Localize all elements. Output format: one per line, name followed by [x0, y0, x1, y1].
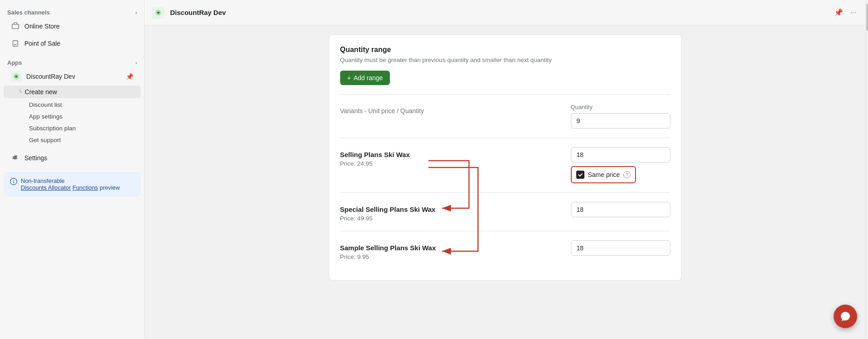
variants-qty-input[interactable]: [571, 113, 670, 129]
add-range-plus-icon: +: [347, 74, 351, 81]
svg-rect-2: [14, 44, 16, 45]
variants-row: Variants - Unit price / Quantity Quantit…: [340, 104, 670, 129]
chat-button[interactable]: [834, 305, 857, 328]
main-content: DiscountRay Dev 📌 ··· Quantity range Qua…: [145, 0, 865, 339]
app-title: DiscountRay Dev: [170, 9, 827, 16]
sales-channels-title: Sales channels: [7, 9, 50, 16]
top-bar-actions: 📌 ···: [832, 6, 858, 19]
divider-4: [340, 231, 670, 231]
info-box: Non-transferable Discounts Allocator Fun…: [4, 172, 141, 196]
quantity-range-description: Quantity must be greater than previous q…: [340, 57, 670, 63]
special-selling-plans-input-col: [571, 202, 670, 217]
svg-rect-1: [13, 41, 18, 47]
sidebar-item-subscription-plan[interactable]: Subscription plan: [7, 123, 141, 134]
quantity-range-section: Quantity range Quantity must be greater …: [340, 46, 670, 85]
special-selling-plans-info: Special Selling Plans Ski Wax Price: 49.…: [340, 202, 560, 222]
tree-corner: └: [18, 89, 22, 95]
subscription-plan-label: Subscription plan: [29, 125, 76, 132]
sidebar-item-settings[interactable]: Settings: [4, 150, 141, 166]
online-store-icon: [11, 22, 20, 31]
sidebar-item-discount-list[interactable]: Discount list: [7, 99, 141, 110]
right-scrollbar[interactable]: [865, 0, 868, 339]
discountray-logo: [11, 71, 22, 82]
selling-plans-qty-input[interactable]: [571, 147, 670, 162]
info-non-transferable: Non-transferable: [21, 177, 65, 184]
svg-point-5: [13, 180, 14, 181]
sidebar-item-point-of-sale[interactable]: Point of Sale: [4, 35, 141, 52]
apps-section: Apps ›: [0, 56, 144, 68]
selling-plans-name: Selling Plans Ski Wax: [340, 151, 560, 158]
add-range-label: Add range: [354, 74, 383, 81]
apps-chevron[interactable]: ›: [135, 60, 137, 66]
sidebar-item-online-store[interactable]: Online Store: [4, 18, 141, 34]
sample-selling-plans-name: Sample Selling Plans Ski Wax: [340, 244, 560, 252]
sales-channels-chevron[interactable]: ›: [135, 10, 137, 16]
get-support-label: Get support: [29, 137, 61, 143]
more-button[interactable]: ···: [849, 7, 858, 19]
variants-label: Variants - Unit price / Quantity: [340, 107, 424, 115]
info-preview: preview: [100, 184, 120, 191]
sales-channels-section: Sales channels ›: [0, 5, 144, 18]
pin-icon[interactable]: 📌: [126, 73, 133, 80]
sidebar-item-create-new[interactable]: └ Create new: [4, 86, 141, 98]
selling-plans-info: Selling Plans Ski Wax Price: 24.95: [340, 147, 560, 167]
pin-button[interactable]: 📌: [832, 6, 845, 19]
sample-selling-plans-qty-input[interactable]: [571, 240, 670, 256]
selling-plans-input-col: Same price ?: [571, 147, 670, 183]
info-link-allocator[interactable]: Discounts Allocator: [21, 184, 71, 191]
settings-gear-icon: [11, 153, 20, 162]
main-card: Quantity range Quantity must be greater …: [329, 34, 682, 281]
selling-plans-row: Selling Plans Ski Wax Price: 24.95 Same …: [340, 147, 670, 183]
special-selling-plans-row: Special Selling Plans Ski Wax Price: 49.…: [340, 202, 670, 222]
content-area: Quantity range Quantity must be greater …: [145, 25, 865, 339]
quantity-col-label: Quantity: [571, 104, 670, 110]
info-link-functions[interactable]: Functions: [72, 184, 98, 191]
sample-selling-plans-row: Sample Selling Plans Ski Wax Price: 9.95: [340, 240, 670, 260]
quantity-range-title: Quantity range: [340, 46, 670, 54]
selling-plans-price: Price: 24.95: [340, 160, 560, 167]
sample-selling-plans-info: Sample Selling Plans Ski Wax Price: 9.95: [340, 240, 560, 260]
chat-icon: [840, 311, 851, 322]
sample-selling-plans-price: Price: 9.95: [340, 253, 560, 260]
divider-3: [340, 192, 670, 193]
special-selling-plans-price: Price: 49.95: [340, 215, 560, 222]
divider-1: [340, 94, 670, 95]
same-price-checkbox[interactable]: [576, 171, 584, 179]
info-text: Non-transferable Discounts Allocator Fun…: [21, 177, 120, 191]
svg-rect-0: [12, 24, 19, 29]
sample-selling-plans-input-col: [571, 240, 670, 256]
add-range-button[interactable]: + Add range: [340, 71, 390, 85]
sidebar: Sales channels › Online Store Point of S…: [0, 0, 145, 339]
top-bar: DiscountRay Dev 📌 ···: [145, 0, 865, 25]
info-circle-icon: [10, 178, 17, 191]
sub-nav-items: Discount list App settings Subscription …: [0, 99, 144, 146]
special-selling-plans-qty-input[interactable]: [571, 202, 670, 217]
pos-label: Point of Sale: [24, 40, 60, 47]
create-new-label: Create new: [25, 88, 57, 95]
online-store-label: Online Store: [24, 23, 60, 30]
discount-list-label: Discount list: [29, 101, 62, 108]
settings-label: Settings: [24, 154, 47, 162]
same-price-label: Same price: [588, 171, 620, 178]
same-price-help-icon[interactable]: ?: [623, 171, 631, 178]
sidebar-item-app-settings[interactable]: App settings: [7, 111, 141, 122]
app-settings-label: App settings: [29, 113, 62, 120]
app-logo: [152, 6, 165, 19]
variants-label-col: Variants - Unit price / Quantity: [340, 104, 560, 115]
apps-title: Apps: [7, 59, 22, 66]
same-price-row: Same price ?: [571, 166, 636, 183]
pos-icon: [11, 39, 20, 48]
discountray-name: DiscountRay Dev: [26, 73, 121, 80]
divider-2: [340, 138, 670, 138]
variants-quantity-col: Quantity: [571, 104, 670, 129]
special-selling-plans-name: Special Selling Plans Ski Wax: [340, 205, 560, 213]
sidebar-item-get-support[interactable]: Get support: [7, 134, 141, 146]
scrollbar-thumb: [866, 4, 868, 31]
sidebar-item-discountray[interactable]: DiscountRay Dev 📌: [4, 68, 141, 85]
